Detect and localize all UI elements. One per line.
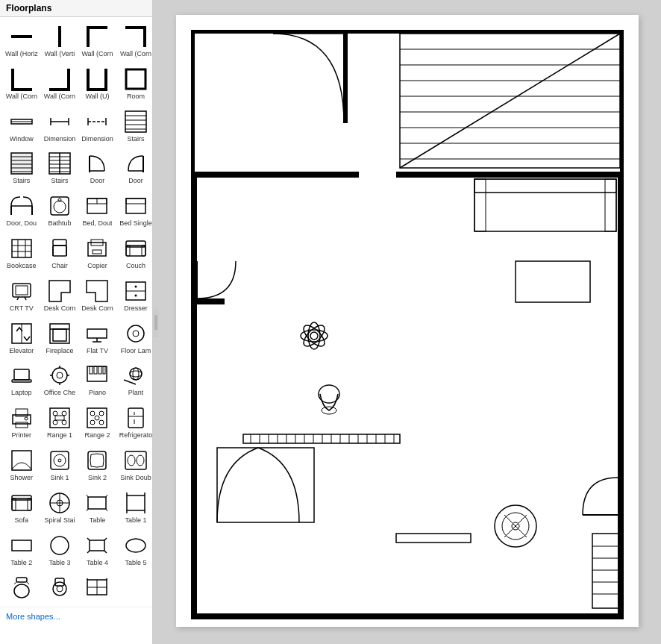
shape-table2[interactable]: Table 2 xyxy=(3,529,40,570)
shape-wall-vert[interactable]: Wall (Verti xyxy=(42,20,78,61)
shape-crt-tv[interactable]: CRT TV xyxy=(3,275,40,316)
svg-rect-108 xyxy=(16,422,28,428)
svg-point-109 xyxy=(25,417,28,420)
shape-flat-tv[interactable]: Flat TV xyxy=(79,317,116,358)
svg-point-155 xyxy=(51,537,69,554)
shape-wall-corner3[interactable]: Wall (Corn xyxy=(3,63,40,104)
shape-table1[interactable]: Table 1 xyxy=(117,487,153,528)
canvas-area[interactable] xyxy=(153,0,661,644)
shape-range1[interactable]: Range 1 xyxy=(42,401,78,443)
shape-sink1[interactable]: Sink 1 xyxy=(42,444,78,485)
svg-rect-68 xyxy=(126,241,145,247)
svg-point-118 xyxy=(99,411,104,416)
shape-toilet1[interactable] xyxy=(3,571,40,604)
svg-rect-197 xyxy=(474,179,616,231)
shape-wall-horiz[interactable]: Wall (Horiz xyxy=(3,20,40,61)
svg-line-157 xyxy=(87,538,90,540)
shape-window[interactable]: Window xyxy=(3,105,40,146)
more-shapes-button[interactable]: More shapes... xyxy=(0,607,152,625)
svg-point-77 xyxy=(135,285,137,287)
svg-rect-2 xyxy=(87,26,90,47)
shape-stairs1[interactable]: Stairs xyxy=(117,105,153,146)
svg-rect-202 xyxy=(516,261,590,302)
svg-rect-27 xyxy=(11,153,32,174)
svg-rect-13 xyxy=(126,69,145,89)
shape-bed-double[interactable]: Bed, Dout xyxy=(79,190,116,231)
svg-rect-61 xyxy=(53,246,66,256)
shape-table4[interactable]: Table 4 xyxy=(79,529,116,570)
shape-bed-single[interactable]: Bed Single xyxy=(117,190,153,231)
svg-rect-237 xyxy=(396,534,471,543)
resize-handle[interactable] xyxy=(153,307,159,337)
shape-table5[interactable]: Table 5 xyxy=(117,529,153,570)
svg-point-104 xyxy=(130,371,142,377)
shape-range2[interactable]: Range 2 xyxy=(79,401,116,443)
svg-rect-8 xyxy=(67,69,70,90)
shape-table[interactable]: Table xyxy=(79,487,116,528)
shape-piano[interactable]: Piano xyxy=(79,359,116,400)
shape-desk-corner1[interactable]: Desk Corn xyxy=(42,275,78,316)
svg-rect-7 xyxy=(11,88,32,91)
svg-point-167 xyxy=(57,586,63,592)
svg-rect-149 xyxy=(127,495,145,510)
shape-stairs2[interactable]: Stairs xyxy=(3,147,40,188)
svg-rect-3 xyxy=(87,26,107,29)
shape-laptop[interactable]: Laptop xyxy=(3,359,40,400)
svg-point-215 xyxy=(310,332,318,340)
shape-plant[interactable]: Plant xyxy=(117,359,153,400)
shape-bookcase[interactable]: Bookcase xyxy=(3,232,40,273)
shape-door1[interactable]: Door xyxy=(79,147,116,188)
shape-sink2[interactable]: Sink 2 xyxy=(79,444,116,485)
shape-toilet2[interactable] xyxy=(42,571,78,604)
shape-desk-corner2[interactable]: Desk Corn xyxy=(79,275,116,316)
svg-point-161 xyxy=(126,539,145,552)
svg-rect-82 xyxy=(53,329,66,341)
shape-door-double[interactable]: Door, Dou xyxy=(3,190,40,231)
svg-point-129 xyxy=(58,459,61,462)
svg-rect-154 xyxy=(12,540,31,551)
shape-bathtub[interactable]: Bathtub xyxy=(42,190,78,231)
shape-office-chair[interactable]: Office Che xyxy=(42,359,78,400)
svg-rect-89 xyxy=(14,369,29,380)
svg-rect-5 xyxy=(125,26,146,29)
shape-wall-corner1[interactable]: Wall (Corn xyxy=(79,20,116,61)
svg-rect-99 xyxy=(94,366,97,374)
svg-point-114 xyxy=(62,420,66,425)
shape-floor-lamp[interactable]: Floor Lam xyxy=(117,317,153,358)
shape-dimension2[interactable]: Dimension xyxy=(79,105,116,146)
svg-rect-177 xyxy=(191,30,195,172)
shape-copier[interactable]: Copier xyxy=(79,232,116,273)
svg-point-88 xyxy=(133,331,139,337)
shape-door2[interactable]: Door xyxy=(117,147,153,188)
svg-line-194 xyxy=(400,34,620,168)
shape-cabinet[interactable] xyxy=(79,571,116,604)
shape-printer[interactable]: Printer xyxy=(3,401,40,443)
shape-room[interactable]: Room xyxy=(117,63,153,104)
shape-elevator[interactable]: Elevator xyxy=(3,317,40,358)
svg-point-132 xyxy=(128,455,135,466)
shape-spiral-stair[interactable]: Spiral Stai xyxy=(42,487,78,528)
shape-table3[interactable]: Table 3 xyxy=(42,529,78,570)
shape-dimension1[interactable]: Dimension xyxy=(42,105,78,146)
shape-sofa[interactable]: Sofa xyxy=(3,487,40,528)
svg-rect-10 xyxy=(87,69,90,90)
shape-sink-double[interactable]: Sink Doub xyxy=(117,444,153,485)
shape-wall-corner2[interactable]: Wall (Corn xyxy=(117,20,153,61)
floorplan-canvas[interactable] xyxy=(176,15,639,627)
shape-stairs3[interactable]: Stairs xyxy=(42,147,78,188)
svg-line-146 xyxy=(106,495,107,497)
svg-rect-131 xyxy=(125,451,146,469)
svg-line-165 xyxy=(27,582,29,584)
shape-wall-u[interactable]: Wall (U) xyxy=(79,63,116,104)
svg-rect-72 xyxy=(16,286,28,295)
svg-rect-60 xyxy=(53,240,66,246)
shape-fireplace[interactable]: Fireplace xyxy=(42,317,78,358)
shape-wall-corner4[interactable]: Wall (Corn xyxy=(42,63,78,104)
svg-point-119 xyxy=(90,420,95,425)
shape-dresser[interactable]: Dresser xyxy=(117,275,153,316)
shape-shower[interactable]: Shower xyxy=(3,444,40,485)
shape-refrigerator[interactable]: Refrigerato xyxy=(117,401,153,443)
svg-rect-200 xyxy=(474,179,486,231)
shape-couch[interactable]: Couch xyxy=(117,232,153,273)
shape-chair[interactable]: Chair xyxy=(42,232,78,273)
